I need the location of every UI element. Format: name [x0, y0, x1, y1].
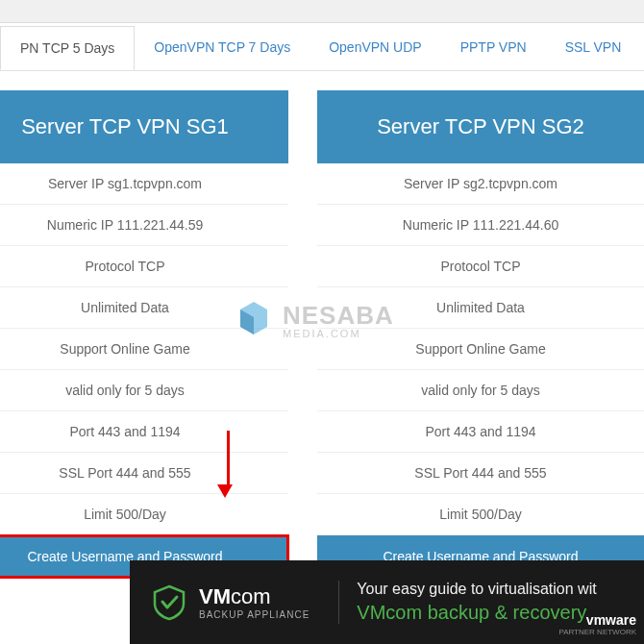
tab-bar: PN TCP 5 Days OpenVPN TCP 7 Days OpenVPN… [0, 23, 644, 71]
banner-partner-sub: PARTNER NETWORK [558, 628, 636, 636]
ssl-port-row: SSL Port 444 and 555 [0, 453, 288, 494]
watermark: NESABA MEDIA.COM [231, 298, 394, 344]
tab-pptp-vpn[interactable]: PPTP VPN [441, 26, 546, 68]
server-ip-row: Server IP sg2.tcpvpn.com [317, 163, 644, 205]
port-row: Port 443 and 1194 [317, 411, 644, 453]
protocol-row: Protocol TCP [0, 246, 288, 287]
annotation-arrow [223, 431, 233, 498]
banner-logo-title: VMcom [199, 584, 310, 609]
numeric-ip-row: Numeric IP 111.221.44.60 [317, 205, 644, 246]
browser-top-bar [0, 0, 644, 23]
banner-logo-sub: BACKUP APPLIANCE [199, 609, 310, 620]
tab-tcp-7-days[interactable]: OpenVPN TCP 7 Days [135, 26, 310, 68]
server-title: Server TCP VPN SG2 [317, 90, 644, 163]
valid-row: valid only for 5 days [0, 370, 288, 411]
server-title: Server TCP VPN SG1 [0, 90, 288, 163]
watermark-text: NESABA [283, 303, 394, 328]
tab-tcp-5-days[interactable]: PN TCP 5 Days [0, 26, 135, 70]
banner-partner: vmware PARTNER NETWORK [558, 612, 636, 636]
banner-logo: VMcom BACKUP APPLIANCE [149, 582, 310, 623]
banner-shield-icon [149, 582, 189, 623]
limit-row: Limit 500/Day [0, 494, 288, 535]
banner-headline: Your easy guide to virtualisation wit [357, 581, 625, 598]
tab-openvpn-udp[interactable]: OpenVPN UDP [310, 26, 440, 68]
numeric-ip-row: Numeric IP 111.221.44.59 [0, 205, 288, 246]
server-ip-row: Server IP sg1.tcpvpn.com [0, 163, 288, 205]
ssl-port-row: SSL Port 444 and 555 [317, 453, 644, 494]
limit-row: Limit 500/Day [317, 494, 644, 535]
tab-ssl-vpn[interactable]: SSL VPN [546, 26, 641, 68]
banner-partner-logo: vmware [558, 612, 636, 628]
protocol-row: Protocol TCP [317, 246, 644, 287]
port-row: Port 443 and 1194 [0, 411, 288, 453]
watermark-logo-icon [231, 298, 277, 344]
valid-row: valid only for 5 days [317, 370, 644, 411]
ad-banner[interactable]: VMcom BACKUP APPLIANCE Your easy guide t… [130, 560, 644, 644]
